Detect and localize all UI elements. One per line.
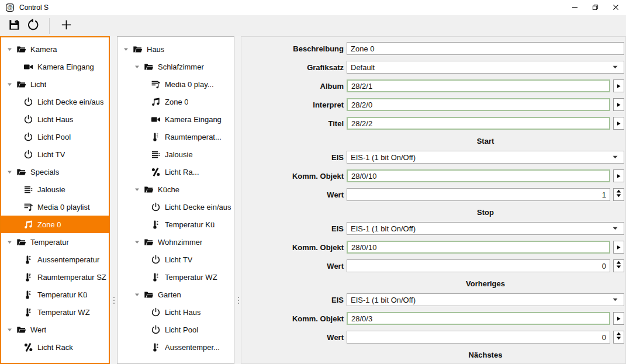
chevron-down-icon[interactable]: [133, 186, 141, 193]
interpret-address-input[interactable]: 28/2/0: [347, 98, 610, 111]
chevron-down-icon[interactable]: [6, 238, 13, 246]
tree-item-licht-decke-ein-aus[interactable]: Licht Decke ein/aus: [1, 93, 109, 110]
chevron-down-icon[interactable]: [133, 63, 141, 71]
play-icon: [616, 99, 621, 110]
tree-item-licht-tv[interactable]: Licht TV: [1, 145, 109, 163]
chevron-down-icon[interactable]: [6, 46, 13, 53]
tree-item-licht-pool[interactable]: Licht Pool: [1, 128, 109, 145]
tree-item-temperatur-k[interactable]: Temperatur Kü: [117, 216, 234, 233]
tree-folder-garten[interactable]: Garten: [117, 286, 234, 303]
tree-folder-wohnzimmer[interactable]: Wohnzimmer: [117, 233, 234, 251]
folder-icon: [144, 290, 154, 300]
komm-objekt-address-input[interactable]: 28/0/10: [347, 241, 610, 254]
tree-item-jalousie[interactable]: Jalousie: [117, 145, 234, 163]
window-title: Control S: [19, 4, 49, 12]
music-icon: [151, 97, 161, 107]
power-icon: [151, 202, 161, 212]
play-button[interactable]: [613, 241, 624, 254]
tree-item-licht-decke-ein-aus[interactable]: Licht Decke ein/aus: [117, 198, 234, 216]
title-bar: @ Control S: [0, 0, 626, 15]
tree-item-raumtemperat[interactable]: Raumtemperat...: [117, 128, 234, 145]
thermometer-icon: [23, 307, 33, 317]
form-row-eis: EISEIS-1 (1 bit On/Off): [242, 293, 624, 306]
tree-item-label: Media 0 playlist: [37, 203, 90, 212]
tree-item-licht-pool[interactable]: Licht Pool: [117, 321, 234, 338]
chevron-down-icon[interactable]: [6, 81, 13, 88]
tree-folder-haus[interactable]: Haus: [117, 40, 234, 58]
save-button[interactable]: [5, 16, 23, 35]
field-label: Interpret: [242, 100, 347, 109]
tree-item-zone-0[interactable]: Zone 0: [117, 93, 234, 110]
tree-item-kamera-eingang[interactable]: Kamera Eingang: [1, 58, 109, 75]
wert-spin-input[interactable]: 0: [347, 331, 610, 344]
thermometer-icon: [23, 290, 33, 300]
tree-item-jalousie[interactable]: Jalousie: [1, 181, 109, 198]
tree-folder-temperatur[interactable]: Temperatur: [1, 233, 109, 251]
splitter-handle[interactable]: [112, 294, 116, 307]
beschreibung-input[interactable]: Zone 0: [347, 42, 624, 55]
chevron-down-icon[interactable]: [122, 46, 130, 53]
tree-item-label: Licht Decke ein/aus: [165, 203, 231, 212]
titel-address-input[interactable]: 28/2/2: [347, 117, 610, 130]
tree-item-media-0-play[interactable]: Media 0 play...: [117, 75, 234, 93]
tree-item-label: Temperatur Kü: [165, 220, 215, 229]
album-address-input[interactable]: 28/2/1: [347, 79, 610, 92]
play-button[interactable]: [613, 312, 624, 325]
wert-spin-input[interactable]: 0: [347, 259, 610, 272]
tree-item-licht-haus[interactable]: Licht Haus: [117, 303, 234, 321]
tree-item-temperatur-wz[interactable]: Temperatur WZ: [117, 268, 234, 286]
tree-item-label: Licht TV: [165, 255, 192, 264]
tree-item-label: Zone 0: [37, 220, 61, 229]
chevron-down-icon[interactable]: [133, 291, 141, 299]
tree-item-temperatur-k[interactable]: Temperatur Kü: [1, 286, 109, 303]
minimize-button[interactable]: [565, 0, 585, 15]
tree-item-label: Temperatur: [30, 238, 69, 247]
tree-item-aussentemper[interactable]: Aussentemper...: [117, 338, 234, 356]
form-row-titel: Titel28/2/2: [242, 117, 624, 130]
komm-objekt-address-input[interactable]: 28/0/3: [347, 312, 610, 325]
tree-folder-licht[interactable]: Licht: [1, 75, 109, 93]
tree-item-licht-ra[interactable]: Licht Ra...: [117, 163, 234, 181]
tree-item-licht-tv[interactable]: Licht TV: [117, 251, 234, 268]
chevron-down-icon[interactable]: [133, 238, 141, 246]
tree-item-licht-haus[interactable]: Licht Haus: [1, 110, 109, 128]
tree-folder-k-che[interactable]: Küche: [117, 181, 234, 198]
chevron-down-icon[interactable]: [6, 168, 13, 176]
eis-dropdown[interactable]: EIS-1 (1 bit On/Off): [347, 222, 624, 235]
tree-item-temperatur-wz[interactable]: Temperatur WZ: [1, 303, 109, 321]
chevron-down-icon[interactable]: [6, 326, 13, 334]
thermometer-icon: [151, 220, 161, 230]
tree-item-aussentemperatur[interactable]: Aussentemperatur: [1, 251, 109, 268]
eis-dropdown[interactable]: EIS-1 (1 bit On/Off): [347, 293, 624, 306]
tree-item-zone-0[interactable]: Zone 0: [1, 216, 109, 233]
play-button[interactable]: [613, 117, 624, 130]
play-button[interactable]: [613, 98, 624, 111]
tree-item-kamera-eingang[interactable]: Kamera Eingang: [117, 110, 234, 128]
field-label: EIS: [242, 224, 347, 233]
play-button[interactable]: [613, 79, 624, 92]
eis-dropdown[interactable]: EIS-1 (1 bit On/Off): [347, 151, 624, 164]
tree-item-label: Garten: [158, 290, 181, 299]
tree-folder-schlafzimmer[interactable]: Schlafzimmer: [117, 58, 234, 75]
close-button[interactable]: [606, 0, 626, 15]
tree-item-licht-rack[interactable]: Licht Rack: [1, 338, 109, 356]
komm-objekt-address-input[interactable]: 28/0/10: [347, 169, 610, 182]
tree-item-raumtemperatur-sz[interactable]: Raumtemperatur SZ: [1, 268, 109, 286]
spinner-buttons[interactable]: [613, 331, 624, 344]
play-button[interactable]: [613, 169, 624, 182]
spinner-buttons[interactable]: [613, 259, 624, 272]
restore-button[interactable]: [585, 0, 606, 15]
tree-folder-kamera[interactable]: Kamera: [1, 40, 109, 58]
tree-folder-specials[interactable]: Specials: [1, 163, 109, 181]
wert-spin-input[interactable]: 1: [347, 188, 610, 201]
add-button[interactable]: [57, 16, 75, 35]
folder-icon: [144, 237, 154, 247]
refresh-button[interactable]: [23, 16, 42, 35]
tree-folder-wert[interactable]: Wert: [1, 321, 109, 338]
grafiksatz-dropdown[interactable]: Default: [347, 61, 624, 74]
spinner-buttons[interactable]: [613, 188, 624, 201]
thermometer-icon: [151, 342, 161, 352]
tree-item-media-0-playlist[interactable]: Media 0 playlist: [1, 198, 109, 216]
tree-item-label: Licht Haus: [165, 308, 200, 317]
splitter-handle[interactable]: [236, 294, 241, 307]
